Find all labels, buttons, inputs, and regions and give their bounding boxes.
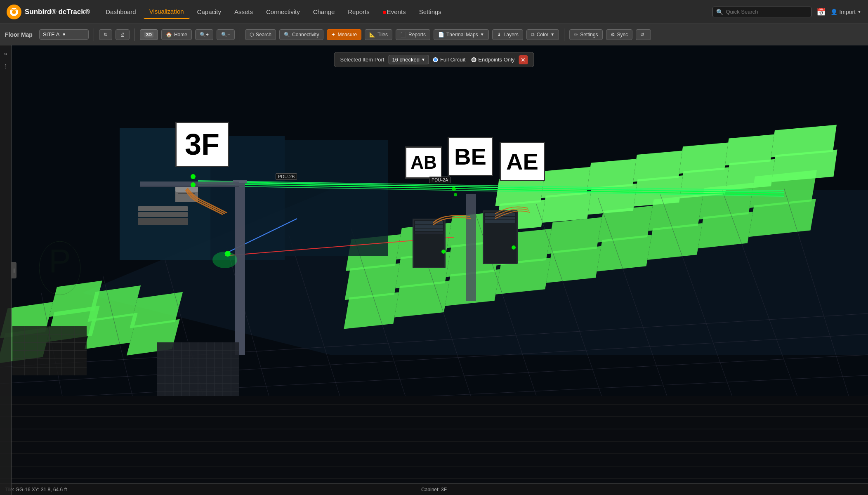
- circuit-mode-group: Full Circuit Endpoints Only: [433, 57, 515, 63]
- home-icon: 🏠: [166, 32, 172, 38]
- svg-point-107: [454, 193, 457, 196]
- svg-rect-98: [485, 220, 515, 223]
- svg-text:P: P: [49, 243, 71, 279]
- svg-rect-92: [415, 232, 443, 234]
- print-button[interactable]: 🖨: [116, 29, 130, 40]
- nav-settings[interactable]: Settings: [413, 5, 447, 19]
- zoom-in-button[interactable]: 🔍+: [195, 29, 213, 40]
- nav-dashboard[interactable]: Dashboard: [100, 5, 142, 19]
- close-connectivity-bar-button[interactable]: ✕: [519, 55, 528, 64]
- site-value: SITE A: [43, 31, 59, 38]
- print-icon: 🖨: [120, 32, 125, 38]
- 3d-view-button[interactable]: 3D: [140, 29, 158, 40]
- svg-rect-71: [285, 140, 388, 256]
- full-circuit-dot: [433, 57, 438, 62]
- toolbar-divider-2: [134, 28, 135, 41]
- home-button[interactable]: 🏠 Home: [161, 29, 192, 40]
- nav-connectivity[interactable]: Connectivity: [260, 5, 306, 19]
- endpoints-dot: [471, 57, 476, 62]
- svg-rect-91: [415, 229, 443, 231]
- reports-button[interactable]: 📄 Thermal Maps ▼: [434, 29, 489, 40]
- layers-button[interactable]: ⧉ Color ▼: [526, 29, 559, 40]
- site-selector[interactable]: SITE A ▼: [39, 29, 89, 40]
- cabinet-info: Cabinet: 3F: [421, 487, 447, 493]
- color-button[interactable]: ✏ Settings: [569, 29, 602, 40]
- reports-icon: 📄: [438, 32, 444, 38]
- isolate-icon: ⬡: [250, 32, 254, 38]
- svg-rect-31: [647, 223, 702, 260]
- svg-rect-82: [235, 182, 245, 355]
- floor-toolbar: Floor Map SITE A ▼ ↻ 🖨 3D 🏠 Home 🔍+ 🔍− ⬡…: [0, 24, 868, 45]
- svg-point-103: [191, 174, 196, 179]
- toolbar-divider-1: [94, 28, 94, 41]
- chevron-down-icon: ▼: [857, 9, 861, 14]
- sign-be: BE: [448, 137, 493, 176]
- svg-rect-46: [726, 159, 775, 190]
- full-circuit-radio[interactable]: Full Circuit: [433, 57, 465, 63]
- gear-icon: ⚙: [611, 32, 615, 38]
- measure-button[interactable]: 📐 Tiles: [365, 29, 392, 40]
- panel-handle[interactable]: |: [12, 262, 17, 278]
- layers-icon: ⧉: [531, 32, 535, 38]
- chevron-down-icon: ▼: [62, 32, 66, 37]
- search-icon: 🔍: [716, 9, 723, 15]
- sync-button[interactable]: ↺: [636, 29, 651, 40]
- connectivity-options-bar: Selected Item Port 16 checked ▼ Full Cir…: [334, 52, 534, 67]
- nav-right: 🔍 📅 👤 Import ▼: [712, 7, 861, 17]
- search-button[interactable]: 🔍 Connectivity: [279, 29, 323, 40]
- thermal-icon: 🌡: [497, 32, 502, 38]
- nav-change[interactable]: Change: [307, 5, 341, 19]
- calendar-icon[interactable]: 📅: [816, 7, 826, 16]
- connectivity-icon: ✦: [331, 32, 335, 38]
- 3d-viewport[interactable]: P 3F AB BE AE PDU-2B PDU-2A » ⋮ | Select…: [0, 45, 868, 495]
- nav-reports[interactable]: Reports: [342, 5, 375, 19]
- nav-capacity[interactable]: Capacity: [191, 5, 227, 19]
- nav-assets[interactable]: Assets: [229, 5, 259, 19]
- sunbird-logo: [7, 5, 21, 19]
- selected-item-port-label: Selected Item Port: [340, 57, 384, 63]
- zoom-out-icon: 🔍−: [221, 32, 230, 38]
- cube-icon: 3D: [144, 32, 153, 38]
- zoom-out-button[interactable]: 🔍−: [217, 29, 235, 40]
- svg-point-106: [452, 187, 456, 191]
- svg-rect-26: [394, 281, 449, 318]
- svg-rect-32: [698, 212, 753, 248]
- logo-area: Sunbird® dcTrack®: [7, 5, 90, 19]
- svg-point-93: [441, 250, 446, 254]
- connectivity-button[interactable]: ✦ Measure: [327, 29, 361, 40]
- thermal-maps-button[interactable]: 🌡 Layers: [492, 29, 523, 40]
- isolate-button[interactable]: ⬡ Search: [245, 29, 276, 40]
- alert-dot: [383, 11, 386, 14]
- color-icon: ✏: [574, 32, 578, 38]
- measure-icon: 📐: [369, 32, 375, 38]
- refresh-icon: ↻: [104, 32, 108, 38]
- tiles-icon: ⬛: [400, 32, 406, 38]
- refresh-button[interactable]: ↻: [99, 29, 112, 40]
- status-bar: Tile: GG-16 XY: 31.8, 64.6 ft Cabinet: 3…: [0, 483, 868, 495]
- floor-settings-button[interactable]: ⚙ Sync: [606, 29, 633, 40]
- sync-icon: ↺: [640, 32, 644, 38]
- dots-icon[interactable]: ⋮: [1, 61, 10, 71]
- svg-point-99: [512, 245, 516, 250]
- import-button[interactable]: 👤 Import ▼: [830, 9, 861, 15]
- quick-search-input[interactable]: [726, 9, 808, 15]
- nav-events[interactable]: Events: [377, 5, 412, 19]
- svg-rect-42: [542, 192, 591, 223]
- nav-visualization[interactable]: Visualization: [144, 5, 190, 19]
- svg-rect-100: [138, 206, 188, 211]
- svg-rect-136: [0, 396, 868, 495]
- sign-ab: AB: [405, 146, 442, 179]
- svg-rect-85: [140, 186, 239, 187]
- tile-info: Tile: GG-16 XY: 31.8, 64.6 ft: [5, 487, 67, 493]
- endpoints-only-radio[interactable]: Endpoints Only: [471, 57, 514, 63]
- app-title: Sunbird® dcTrack®: [25, 8, 90, 16]
- tiles-button[interactable]: ⬛ Reports: [396, 29, 430, 40]
- quick-search-box[interactable]: 🔍: [712, 7, 811, 17]
- sign-ae: AE: [500, 142, 545, 181]
- svg-rect-97: [485, 217, 515, 219]
- svg-rect-86: [466, 194, 476, 301]
- pdu-2a-label: PDU-2A: [429, 177, 451, 183]
- expand-icon[interactable]: »: [2, 49, 9, 59]
- checked-count-selector[interactable]: 16 checked ▼: [388, 55, 429, 64]
- top-navigation: Sunbird® dcTrack® Dashboard Visualizatio…: [0, 0, 868, 24]
